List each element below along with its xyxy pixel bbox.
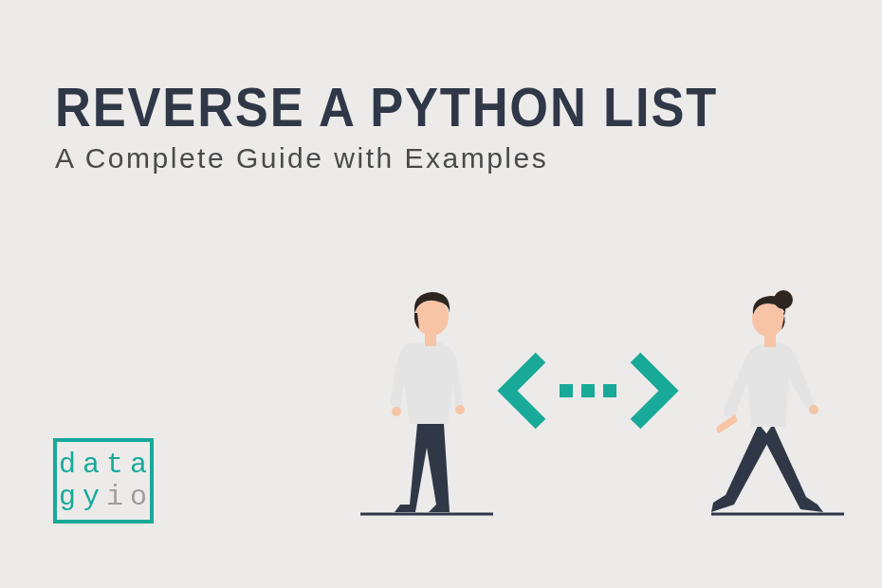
title-block: REVERSE A PYTHON LIST A Complete Guide w…: [55, 81, 776, 175]
illustration: [341, 258, 854, 533]
svg-point-12: [809, 405, 818, 414]
logo-text-data: data: [59, 449, 154, 481]
datagy-logo: data gyio: [53, 438, 154, 524]
logo-line-2: gyio: [53, 481, 154, 514]
svg-point-4: [455, 405, 465, 414]
svg-rect-6: [581, 384, 595, 397]
right-chevron-icon: [635, 358, 669, 424]
logo-text-gy: gy: [59, 481, 106, 513]
person-left-icon: [360, 292, 493, 514]
page-subtitle: A Complete Guide with Examples: [55, 142, 776, 175]
svg-rect-5: [560, 384, 573, 397]
ellipsis-icon: [560, 384, 616, 397]
logo-line-1: data: [53, 449, 154, 482]
logo-text-io: io: [106, 481, 154, 513]
left-chevron-icon: [507, 358, 541, 424]
page-title: REVERSE A PYTHON LIST: [55, 81, 718, 135]
svg-point-3: [392, 407, 401, 416]
svg-rect-7: [603, 384, 616, 397]
person-right-icon: [711, 290, 844, 514]
